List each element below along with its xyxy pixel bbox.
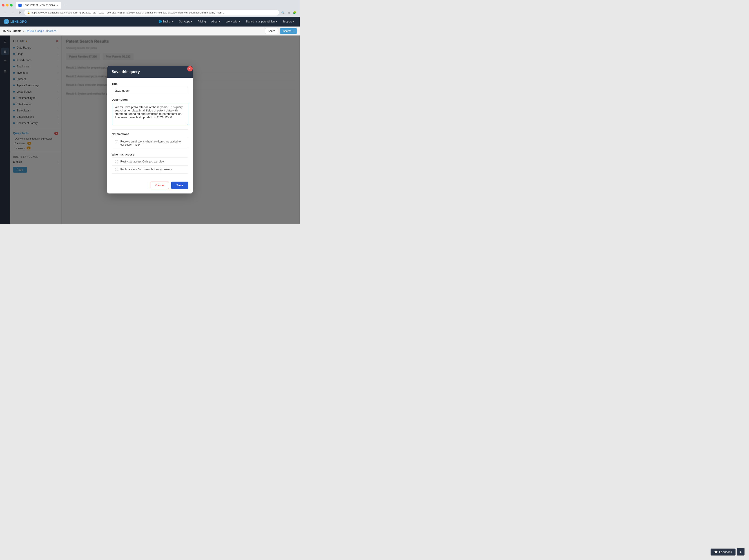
browser-chrome: Lens Patent Search: pizza ✕ + ← → ↻ 🔒 ht… — [0, 0, 300, 17]
minimize-window-button[interactable] — [6, 4, 8, 6]
notifications-box: Receive email alerts when new items are … — [112, 137, 188, 149]
nav-signed-in[interactable]: Signed in as patentlillian ▾ — [243, 19, 279, 24]
modal-header: Save this query × — [107, 66, 193, 78]
radio-public[interactable]: Public access Discoverable through searc… — [112, 166, 188, 173]
title-input[interactable] — [112, 87, 188, 94]
top-nav: L LENS.ORG 🌐 English ▾ Our Apps ▾ Pricin… — [0, 17, 300, 26]
title-label: Title — [112, 82, 188, 86]
logo-text: LENS.ORG — [10, 20, 27, 23]
modal-close-button[interactable]: × — [187, 66, 193, 71]
section-divider — [112, 129, 188, 130]
nav-work-with[interactable]: Work With ▾ — [223, 19, 242, 24]
modal-overlay[interactable]: Save this query × Title Description — [0, 36, 300, 224]
browser-tab[interactable]: Lens Patent Search: pizza ✕ — [16, 2, 61, 8]
tab-title: Lens Patent Search: pizza — [23, 4, 55, 7]
breadcrumb-separator: / — [23, 29, 24, 33]
notifications-label: Notifications — [112, 132, 188, 136]
nav-items: 🌐 English ▾ Our Apps ▾ Pricing About ▾ W… — [156, 19, 296, 24]
nav-about[interactable]: About ▾ — [209, 19, 223, 24]
search-button[interactable]: Search + — [280, 28, 297, 34]
modal-body: Title Description We still love pizza af… — [107, 78, 193, 181]
tab-bar: Lens Patent Search: pizza ✕ + — [0, 0, 300, 8]
search-icon[interactable]: 🔍 — [281, 10, 285, 15]
who-access-group: Who has access Restricted access Only yo… — [112, 153, 188, 173]
notification-checkbox[interactable] — [115, 140, 118, 143]
nav-apps[interactable]: Our Apps ▾ — [177, 19, 194, 24]
modal-title: Save this query — [112, 70, 140, 74]
radio-public-input[interactable] — [115, 168, 118, 171]
main-layout: ⊙ ▦ ◫ ⊞ FILTERS ★ × Date Range › Flags › — [0, 36, 300, 224]
modal-footer: Cancel Save — [107, 181, 193, 193]
url-text: https://www.lens.org/lens/search/patent/… — [31, 11, 224, 14]
forward-button[interactable]: → — [10, 10, 15, 15]
results-count: 46,715 Patents — [3, 29, 21, 33]
who-access-box: Restricted access Only you can view Publ… — [112, 157, 188, 173]
tab-close-button[interactable]: ✕ — [57, 4, 59, 6]
back-button[interactable]: ← — [3, 10, 8, 15]
sub-nav: 46,715 Patents / Do 306 Google Functions… — [0, 26, 300, 36]
radio-restricted-input[interactable] — [115, 160, 118, 163]
refresh-button[interactable]: ↻ — [17, 10, 22, 15]
save-button[interactable]: Save — [171, 181, 188, 189]
bookmark-icon[interactable]: ☆ — [286, 10, 291, 15]
new-tab-button[interactable]: + — [62, 2, 68, 8]
extension-icon[interactable]: 🧩 — [293, 10, 297, 15]
logo: L LENS.ORG — [4, 19, 27, 24]
nav-pricing[interactable]: Pricing — [195, 19, 208, 24]
tab-favicon — [18, 4, 22, 7]
breadcrumb-link[interactable]: Do 306 Google Functions — [26, 29, 57, 33]
url-bar[interactable]: 🔒 https://www.lens.org/lens/search/paten… — [24, 10, 279, 16]
maximize-window-button[interactable] — [10, 4, 13, 6]
cancel-button[interactable]: Cancel — [151, 181, 169, 189]
sub-nav-right: Share Search + — [265, 28, 297, 34]
radio-restricted[interactable]: Restricted access Only you can view — [112, 158, 188, 166]
description-label: Description — [112, 98, 188, 101]
nav-support[interactable]: Support ▾ — [280, 19, 296, 24]
nav-language[interactable]: 🌐 English ▾ — [156, 19, 176, 24]
notifications-group: Notifications Receive email alerts when … — [112, 132, 188, 149]
radio-restricted-label: Restricted access Only you can view — [121, 160, 164, 163]
description-group: Description We still love pizza after al… — [112, 98, 188, 126]
who-access-label: Who has access — [112, 153, 188, 156]
logo-icon: L — [4, 19, 9, 24]
browser-icons: 🔍 ☆ 🧩 — [281, 10, 297, 15]
address-bar: ← → ↻ 🔒 https://www.lens.org/lens/search… — [0, 8, 300, 17]
description-textarea[interactable]: We still love pizza after all of these y… — [112, 103, 188, 125]
notification-label: Receive email alerts when new items are … — [121, 140, 185, 146]
title-group: Title — [112, 82, 188, 94]
close-window-button[interactable] — [2, 4, 4, 6]
save-query-modal: Save this query × Title Description — [107, 66, 193, 193]
radio-public-label: Public access Discoverable through searc… — [121, 168, 172, 171]
window-controls — [2, 4, 13, 6]
app-container: L LENS.ORG 🌐 English ▾ Our Apps ▾ Pricin… — [0, 17, 300, 224]
share-button[interactable]: Share — [265, 28, 278, 34]
